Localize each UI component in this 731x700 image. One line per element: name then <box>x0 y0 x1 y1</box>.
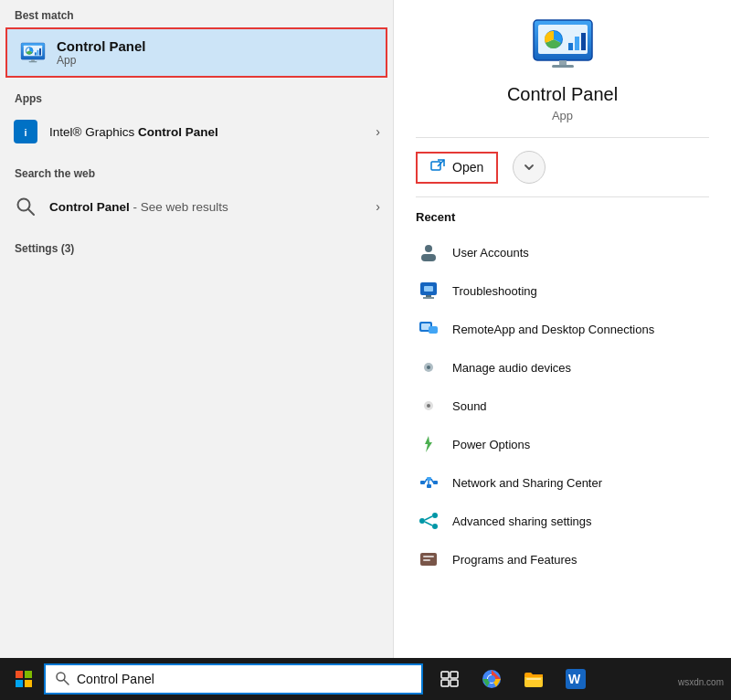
open-icon <box>430 159 445 176</box>
svg-text:i: i <box>24 127 26 138</box>
expand-button[interactable] <box>513 151 546 184</box>
search-web-label: Search the web <box>0 158 393 186</box>
taskbar-taskview-button[interactable] <box>429 658 470 700</box>
programs-label: Programs and Features <box>452 553 577 567</box>
svg-rect-19 <box>559 60 567 65</box>
svg-rect-52 <box>423 559 430 561</box>
svg-rect-4 <box>35 52 37 55</box>
troubleshooting-icon <box>416 278 441 303</box>
taskbar-word-button[interactable]: W <box>556 658 596 700</box>
svg-point-47 <box>432 524 438 529</box>
svg-rect-26 <box>424 286 433 292</box>
settings-label: Settings (3) <box>0 233 393 260</box>
audio-label: Manage audio devices <box>452 361 571 375</box>
recent-item-user-accounts[interactable]: User Accounts <box>416 233 709 271</box>
svg-line-58 <box>64 680 69 684</box>
recent-item-power[interactable]: Power Options <box>416 425 709 463</box>
open-button[interactable]: Open <box>416 152 498 184</box>
svg-rect-28 <box>423 297 434 299</box>
right-panel: Control Panel App Open <box>393 0 731 658</box>
best-match-app-name: Control Panel <box>57 38 146 54</box>
svg-rect-62 <box>450 680 458 686</box>
right-panel-app-type: App <box>552 109 573 122</box>
taskbar-items: W <box>429 658 596 700</box>
recent-item-sound[interactable]: Sound <box>416 387 709 425</box>
recent-item-audio[interactable]: Manage audio devices <box>416 348 709 387</box>
svg-point-23 <box>425 245 432 252</box>
remoteapp-label: RemoteApp and Desktop Connections <box>452 323 654 336</box>
svg-rect-55 <box>16 680 23 687</box>
control-panel-large-icon <box>530 18 596 73</box>
taskbar-search-icon <box>55 671 69 688</box>
svg-point-37 <box>427 404 430 408</box>
recent-item-programs[interactable]: Programs and Features <box>416 540 709 578</box>
taskbar-chrome-button[interactable] <box>471 658 512 700</box>
open-button-area: Open <box>416 138 709 196</box>
intel-graphics-label: Intel® Graphics Control Panel <box>49 125 376 139</box>
right-panel-app-name: Control Panel <box>507 84 618 105</box>
sound-label: Sound <box>452 399 487 413</box>
sharing-icon <box>416 508 441 534</box>
svg-rect-51 <box>423 556 434 557</box>
recent-item-remoteapp[interactable]: RemoteApp and Desktop Connections <box>416 310 709 348</box>
svg-rect-6 <box>39 48 41 55</box>
svg-rect-24 <box>421 254 436 261</box>
svg-rect-8 <box>29 60 37 61</box>
network-label: Network and Sharing Center <box>452 476 602 490</box>
apps-label: Apps <box>0 83 393 111</box>
svg-text:W: W <box>568 672 581 686</box>
recent-item-network[interactable]: Network and Sharing Center <box>416 463 709 502</box>
settings-section: Settings (3) <box>0 228 393 266</box>
search-web-item[interactable]: Control Panel - See web results › <box>0 186 393 228</box>
svg-rect-56 <box>25 680 32 687</box>
intel-icon: i <box>13 119 38 144</box>
recent-item-troubleshooting[interactable]: Troubleshooting <box>416 271 709 310</box>
svg-rect-53 <box>16 671 23 678</box>
power-icon <box>416 431 441 457</box>
svg-rect-5 <box>37 49 38 55</box>
svg-rect-18 <box>581 33 586 50</box>
svg-rect-17 <box>575 37 579 50</box>
svg-point-46 <box>432 513 438 518</box>
search-web-text: Control Panel - See web results <box>49 200 376 214</box>
svg-line-42 <box>425 479 427 483</box>
user-accounts-label: User Accounts <box>452 246 529 260</box>
recent-label: Recent <box>416 210 709 224</box>
divider <box>416 196 709 197</box>
taskbar: Control Panel <box>0 658 731 700</box>
programs-icon <box>416 546 441 572</box>
svg-line-12 <box>28 209 34 215</box>
svg-rect-61 <box>441 680 449 686</box>
svg-rect-40 <box>433 481 438 484</box>
best-match-item[interactable]: Control Panel App <box>5 27 387 78</box>
svg-rect-39 <box>427 477 431 481</box>
svg-point-65 <box>488 675 495 683</box>
network-icon <box>416 470 441 495</box>
control-panel-icon-large <box>20 40 46 66</box>
recent-item-sharing[interactable]: Advanced sharing settings <box>416 502 709 540</box>
wsxdn-label: wsxdn.com <box>678 677 724 687</box>
taskbar-explorer-button[interactable] <box>514 658 554 700</box>
user-accounts-icon <box>416 239 441 265</box>
taskbar-search-bar[interactable]: Control Panel <box>44 663 423 695</box>
intel-graphics-item[interactable]: i Intel® Graphics Control Panel › <box>0 111 393 153</box>
svg-rect-41 <box>427 484 431 488</box>
power-label: Power Options <box>452 438 530 451</box>
svg-rect-16 <box>568 43 573 50</box>
windows-start-button[interactable] <box>4 658 44 700</box>
audio-icon <box>416 355 441 380</box>
svg-rect-7 <box>31 59 35 61</box>
svg-point-45 <box>419 518 425 524</box>
best-match-label: Best match <box>0 0 393 27</box>
svg-line-43 <box>431 479 433 483</box>
remoteapp-icon <box>416 316 441 342</box>
svg-rect-59 <box>441 672 449 678</box>
svg-rect-31 <box>429 326 438 334</box>
search-web-chevron-icon: › <box>376 199 380 214</box>
best-match-text: Control Panel App <box>57 38 146 67</box>
svg-rect-54 <box>25 671 32 678</box>
apps-section: Apps i Intel® Graphics Control Panel › <box>0 78 393 158</box>
svg-line-48 <box>425 516 432 520</box>
svg-rect-20 <box>552 65 574 68</box>
svg-point-34 <box>427 366 430 369</box>
